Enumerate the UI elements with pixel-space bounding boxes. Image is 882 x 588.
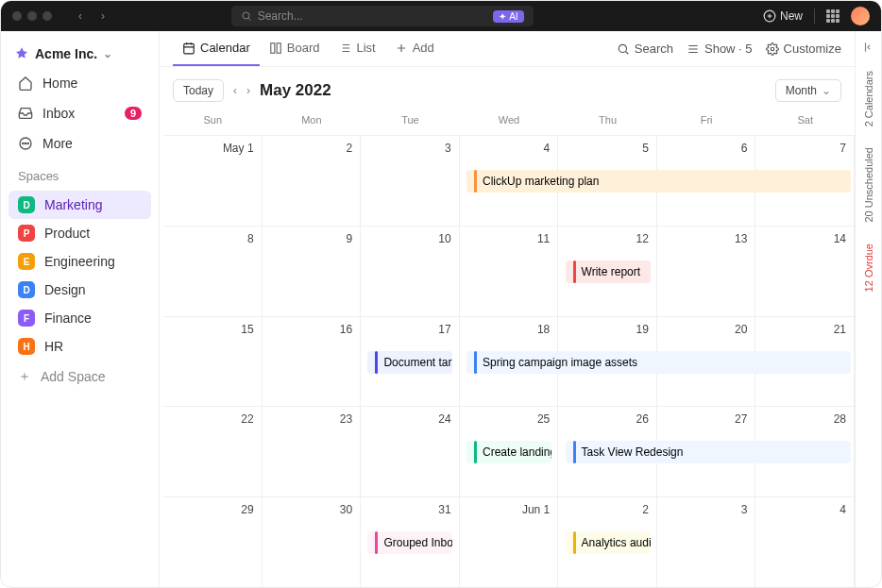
window-controls[interactable] (12, 11, 52, 21)
day-number: 15 (241, 323, 253, 336)
sidebar-space-engineering[interactable]: EEngineering (8, 247, 151, 276)
day-number: 17 (438, 323, 450, 336)
calendar-event[interactable]: ClickUp marketing plan (466, 170, 851, 193)
day-number: 18 (537, 323, 550, 336)
calendar-event[interactable]: Spring campaign image assets (466, 351, 851, 374)
today-button[interactable]: Today (173, 79, 224, 102)
calendar-day[interactable]: 13 (657, 227, 756, 316)
event-label: Spring campaign image assets (483, 356, 637, 369)
event-label: Task View Redesign (582, 445, 684, 459)
back-button[interactable]: ‹ (71, 7, 90, 25)
plus-icon: ＋ (18, 368, 31, 385)
day-number: 31 (438, 503, 450, 516)
space-badge-icon: P (18, 225, 35, 242)
sidebar-space-product[interactable]: PProduct (8, 219, 151, 247)
view-select[interactable]: Month⌄ (775, 79, 841, 102)
search-button[interactable]: Search (617, 42, 673, 56)
sidebar-space-marketing[interactable]: DMarketing (8, 191, 151, 219)
calendar-day[interactable]: 8 (163, 227, 263, 316)
calendar-day[interactable]: 24 (361, 407, 460, 496)
calendar-day[interactable]: 3 (657, 497, 756, 587)
day-number: 5 (642, 142, 649, 155)
day-number: 19 (636, 323, 648, 336)
tab-add[interactable]: Add (385, 31, 444, 66)
calendar-day[interactable]: 3 (361, 136, 460, 226)
calendar-event[interactable]: Analytics audit (566, 531, 651, 554)
next-month-button[interactable]: › (246, 84, 250, 97)
event-label: Document target users (383, 356, 452, 369)
divider (814, 8, 815, 24)
workspace-logo-icon (14, 46, 29, 61)
new-button[interactable]: New (763, 9, 803, 23)
month-title: May 2022 (260, 81, 331, 100)
space-badge-icon: H (18, 338, 35, 355)
event-label: Grouped Inbox Comments (383, 536, 452, 549)
calendar-day[interactable]: 23 (263, 407, 362, 496)
space-label: Engineering (44, 254, 115, 269)
add-space-button[interactable]: ＋ Add Space (8, 362, 151, 391)
more-icon (18, 136, 33, 151)
sidebar-space-hr[interactable]: HHR (8, 332, 151, 361)
calendar-event[interactable]: Create landing page (466, 441, 551, 463)
calendar-day[interactable]: May 1 (163, 136, 263, 226)
calendar-day[interactable]: Jun 1 (460, 497, 559, 587)
overdue-count[interactable]: 12 Ovrdue (863, 240, 874, 295)
calendar-event[interactable]: Document target users (367, 351, 452, 374)
tab-calendar[interactable]: Calendar (173, 31, 260, 66)
space-label: Marketing (44, 197, 102, 212)
customize-button[interactable]: Customize (766, 42, 841, 56)
apps-icon[interactable] (826, 9, 840, 23)
inbox-icon (18, 106, 33, 121)
calendar-day[interactable]: 9 (263, 227, 362, 316)
event-color-bar (474, 170, 477, 193)
ai-badge[interactable]: ✦ AI (493, 10, 523, 23)
calendar-day[interactable]: 2 (263, 136, 362, 226)
tab-list[interactable]: List (329, 31, 384, 66)
svg-line-1 (248, 18, 250, 20)
day-number: 22 (241, 412, 253, 426)
calendar-day[interactable]: 11 (460, 227, 559, 316)
calendar-day[interactable]: 4 (755, 497, 855, 587)
search-icon (617, 42, 630, 56)
day-number: 26 (636, 412, 648, 426)
calendar-icon (182, 42, 195, 55)
svg-point-23 (619, 44, 626, 52)
svg-rect-14 (277, 42, 280, 53)
calendar-event[interactable]: Task View Redesign (566, 441, 852, 463)
sidebar-item-home[interactable]: Home (8, 69, 151, 97)
sidebar-item-inbox[interactable]: Inbox 9 (8, 99, 151, 127)
calendar-day[interactable]: 16 (263, 317, 362, 407)
event-color-bar (474, 351, 477, 374)
event-color-bar (573, 441, 576, 463)
calendars-count[interactable]: 2 Calendars (863, 67, 874, 130)
calendar-event[interactable]: Grouped Inbox Comments (367, 531, 452, 554)
avatar[interactable] (851, 7, 870, 25)
prev-month-button[interactable]: ‹ (233, 84, 237, 97)
sidebar-space-design[interactable]: DDesign (8, 276, 151, 304)
search-input[interactable]: Search... ✦ AI (231, 6, 534, 26)
calendar-day[interactable]: 22 (163, 407, 263, 496)
event-color-bar (573, 260, 576, 283)
calendar-day[interactable]: 30 (263, 497, 362, 587)
calendar-event[interactable]: Write report (566, 260, 651, 283)
calendar-day[interactable]: 15 (163, 317, 263, 407)
space-label: Product (44, 226, 90, 241)
sidebar-item-more[interactable]: More (8, 129, 151, 158)
day-number: 4 (840, 503, 846, 516)
tab-board[interactable]: Board (260, 31, 330, 66)
calendar-day[interactable]: 14 (755, 227, 855, 316)
unscheduled-count[interactable]: 20 Unscheduled (863, 143, 874, 227)
search-placeholder: Search... (258, 9, 303, 23)
svg-point-7 (25, 143, 25, 143)
forward-button[interactable]: › (93, 7, 112, 25)
collapse-icon[interactable] (862, 41, 875, 54)
sidebar-space-finance[interactable]: FFinance (8, 304, 151, 332)
show-button[interactable]: Show · 5 (687, 42, 753, 56)
day-number: 27 (735, 412, 747, 426)
calendar-day[interactable]: 29 (163, 497, 263, 587)
event-color-bar (375, 531, 378, 554)
event-color-bar (474, 441, 477, 463)
workspace-switcher[interactable]: Acme Inc. ⌄ (8, 41, 151, 67)
day-number: 20 (735, 323, 747, 336)
calendar-day[interactable]: 10 (361, 227, 460, 316)
